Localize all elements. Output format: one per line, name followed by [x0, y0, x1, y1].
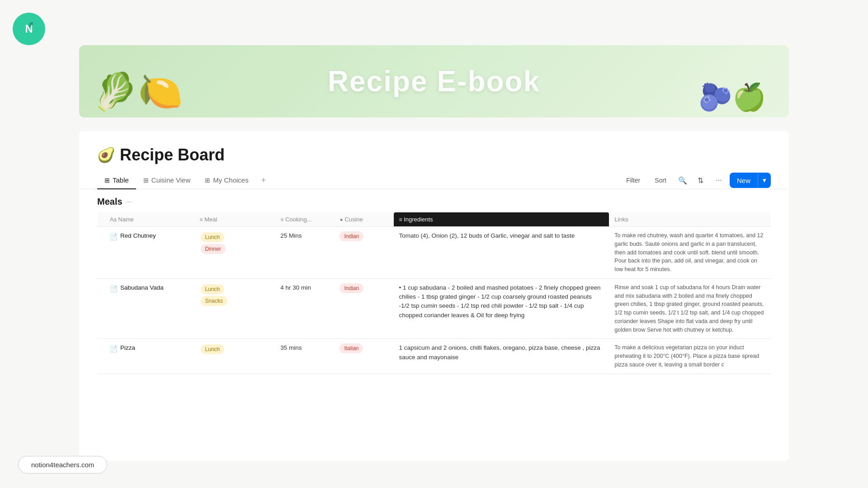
- doc-icon: 📄: [110, 284, 118, 294]
- col-header-name: Aa Name: [97, 212, 194, 227]
- doc-icon: 📄: [110, 344, 118, 354]
- banner: 🥬🍋 Recipe E-book 🫐🍏: [79, 45, 789, 117]
- add-tab-button[interactable]: +: [256, 172, 272, 189]
- page-icon: 🥑: [97, 146, 115, 164]
- table-row: 📄 Sabudana Vada Lunch Snacks 4 hr 30 min…: [97, 278, 771, 339]
- sort-button[interactable]: Sort: [649, 174, 672, 187]
- row-name-sabudana: 📄 Sabudana Vada: [97, 278, 194, 339]
- filter-button[interactable]: Filter: [621, 174, 646, 187]
- table-row: 📄 Red Chutney Lunch Dinner 25 Mins India…: [97, 227, 771, 279]
- main-content: 🥑 Recipe Board ⊞ Table ⊞ Cuisine View ⊞ …: [79, 131, 789, 461]
- row-meal-red-chutney: Lunch Dinner: [194, 227, 275, 279]
- col-header-links: Links: [609, 212, 771, 227]
- page-title-row: 🥑 Recipe Board: [79, 131, 789, 172]
- more-button[interactable]: ···: [712, 173, 726, 188]
- section-options-button[interactable]: ···: [126, 198, 132, 206]
- new-button[interactable]: New ▾: [730, 173, 771, 188]
- row-links-red-chutney: To make red chutney, wash and quarter 4 …: [609, 227, 771, 279]
- table-section: Meals ··· Aa Name ≡ Meal ≡ Cooking... ● …: [79, 189, 789, 374]
- col-header-cooking: ≡ Cooking...: [275, 212, 334, 227]
- tag-lunch[interactable]: Lunch: [201, 344, 225, 354]
- tag-lunch[interactable]: Lunch: [201, 284, 225, 294]
- row-links-sabudana: Rinse and soak 1 cup of sabudana for 4 h…: [609, 278, 771, 339]
- tab-table[interactable]: ⊞ Table: [97, 172, 136, 189]
- row-cooking-pizza: 35 mins: [275, 339, 334, 374]
- row-ingredients-pizza: 1 capsicum and 2 onions, chilli flakes, …: [394, 339, 609, 374]
- table-icon: ⊞: [104, 177, 110, 184]
- row-name-red-chutney: 📄 Red Chutney: [97, 227, 194, 279]
- cuisine-icon: ⊞: [143, 177, 149, 184]
- new-button-arrow[interactable]: ▾: [758, 173, 771, 188]
- row-name-pizza: 📄 Pizza: [97, 339, 194, 374]
- tag-snacks[interactable]: Snacks: [201, 296, 227, 306]
- layout-button[interactable]: ⇅: [693, 173, 708, 188]
- banner-decor-left: 🥬🍋: [93, 70, 183, 113]
- row-ingredients-sabudana: • 1 cup sabudana - 2 boiled and mashed p…: [394, 278, 609, 339]
- row-ingredients-red-chutney: Tomato (4), Onion (2), 12 buds of Garlic…: [394, 227, 609, 279]
- col-header-ingredients: ≡ Ingredients: [394, 212, 609, 227]
- section-title: Meals: [97, 197, 123, 207]
- recipe-table: Aa Name ≡ Meal ≡ Cooking... ● Cusine ≡ I…: [97, 212, 771, 374]
- tag-lunch[interactable]: Lunch: [201, 232, 225, 242]
- row-cooking-sabudana: 4 hr 30 min: [275, 278, 334, 339]
- table-row: 📄 Pizza Lunch 35 mins Italian 1 capsicum…: [97, 339, 771, 374]
- toolbar-right: Filter Sort 🔍 ⇅ ··· New ▾: [621, 173, 771, 188]
- website-badge: notion4teachers.com: [18, 456, 107, 474]
- page-title: Recipe Board: [120, 145, 225, 164]
- tab-my-choices[interactable]: ⊞ My Choices: [198, 172, 255, 189]
- row-cooking-red-chutney: 25 Mins: [275, 227, 334, 279]
- banner-decor-right: 🫐🍏: [698, 81, 766, 113]
- section-header: Meals ···: [97, 197, 771, 207]
- notion-logo: N: [13, 13, 45, 45]
- doc-icon: 📄: [110, 232, 118, 242]
- banner-title: Recipe E-book: [328, 65, 541, 98]
- toolbar: ⊞ Table ⊞ Cuisine View ⊞ My Choices + Fi…: [79, 172, 789, 189]
- row-meal-sabudana: Lunch Snacks: [194, 278, 275, 339]
- col-header-meal: ≡ Meal: [194, 212, 275, 227]
- search-button[interactable]: 🔍: [675, 173, 690, 188]
- tag-dinner[interactable]: Dinner: [201, 244, 226, 254]
- row-meal-pizza: Lunch: [194, 339, 275, 374]
- row-cuisine-sabudana: Indian: [334, 278, 393, 339]
- row-cuisine-red-chutney: Indian: [334, 227, 393, 279]
- row-cuisine-pizza: Italian: [334, 339, 393, 374]
- tab-cuisine-view[interactable]: ⊞ Cuisine View: [136, 172, 198, 189]
- row-links-pizza: To make a delicious vegetarian pizza on …: [609, 339, 771, 374]
- choices-icon: ⊞: [205, 177, 210, 184]
- col-header-cuisine: ● Cusine: [334, 212, 393, 227]
